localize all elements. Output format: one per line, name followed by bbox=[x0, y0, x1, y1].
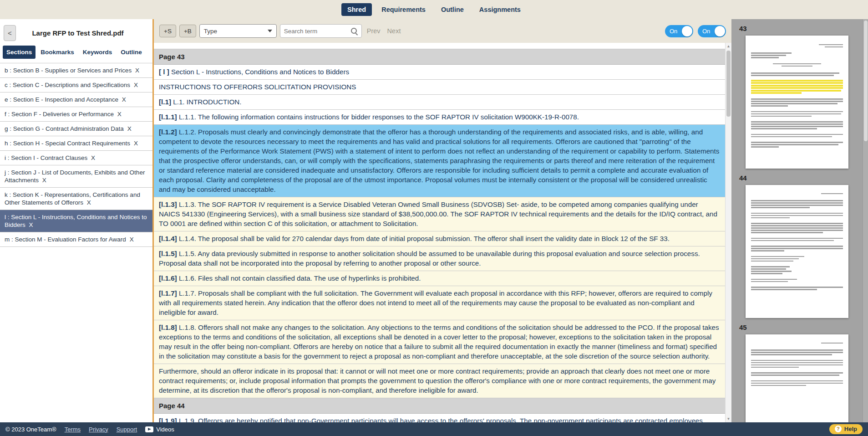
scroll-down-icon[interactable]: ▼ bbox=[726, 415, 732, 422]
prev-button[interactable]: Prev bbox=[365, 27, 382, 35]
sidebar-item-section-i[interactable]: i : Section I - Contract Clauses X bbox=[0, 151, 152, 165]
remove-section-button[interactable]: X bbox=[134, 140, 138, 147]
add-bookmark-button[interactable]: +B bbox=[179, 25, 196, 37]
document-row[interactable]: [l.1.7] L.1.7. Proposals shall be compli… bbox=[154, 286, 725, 320]
document-row[interactable]: INSTRUCTIONS TO OFFERORS SOLICITATION PR… bbox=[154, 80, 725, 95]
row-text: L.1.5. Any data previously submitted in … bbox=[159, 250, 700, 267]
search-box bbox=[280, 24, 362, 38]
document-row[interactable]: Furthermore, should an offeror indicate … bbox=[154, 364, 725, 398]
sidebar-item-section-j[interactable]: j : Section J - List of Documents, Exhib… bbox=[0, 165, 152, 188]
sidebar-tab-keywords[interactable]: Keywords bbox=[79, 46, 116, 59]
document-row[interactable]: [l.1.1] L.1.1. The following information… bbox=[154, 110, 725, 125]
chevron-down-icon bbox=[268, 30, 272, 32]
search-icon[interactable] bbox=[351, 28, 358, 35]
document-row[interactable]: [ l ] Section L - Instructions, Conditio… bbox=[154, 65, 725, 80]
thumbnail-text-line bbox=[751, 281, 788, 282]
tab-outline[interactable]: Outline bbox=[435, 3, 470, 16]
scrollbar-thumb[interactable] bbox=[726, 51, 731, 117]
remove-section-button[interactable]: X bbox=[117, 111, 122, 118]
thumbnail-panel: 434445 bbox=[731, 19, 868, 422]
tab-shred[interactable]: Shred bbox=[341, 3, 372, 16]
footer-link-privacy[interactable]: Privacy bbox=[89, 426, 108, 433]
remove-section-button[interactable]: X bbox=[130, 236, 134, 243]
page-thumbnail[interactable] bbox=[746, 334, 848, 422]
remove-section-button[interactable]: X bbox=[127, 125, 132, 132]
page-header: Page 43 bbox=[154, 49, 725, 65]
remove-section-button[interactable]: X bbox=[135, 67, 139, 74]
document-row[interactable]: [l.1.9] L.1.9. Offerors are hereby notif… bbox=[154, 414, 725, 422]
thumbnail-gap bbox=[751, 275, 843, 277]
type-select[interactable]: Type bbox=[199, 24, 277, 38]
thumbnail-text-line bbox=[751, 134, 843, 135]
footer-link-terms[interactable]: Terms bbox=[65, 426, 81, 433]
sidebar-item-section-l[interactable]: l : Section L - Instructions, Conditions… bbox=[0, 210, 152, 232]
help-button[interactable]: ? Help bbox=[829, 424, 863, 434]
row-text: Furthermore, should an offeror indicate … bbox=[159, 367, 716, 394]
sidebar-item-section-g[interactable]: g : Section G - Contract Administration … bbox=[0, 122, 152, 136]
sidebar-tab-outline[interactable]: Outline bbox=[117, 46, 146, 59]
thumbnail-gap bbox=[751, 95, 843, 97]
thumbnail-gap bbox=[751, 195, 843, 199]
document-row[interactable]: [l.1.5] L.1.5. Any data previously submi… bbox=[154, 246, 725, 271]
next-button[interactable]: Next bbox=[386, 27, 403, 35]
remove-section-button[interactable]: X bbox=[134, 82, 138, 88]
document-row-partial[interactable] bbox=[154, 43, 725, 49]
row-tag: [l.1.9] bbox=[159, 417, 179, 422]
tab-requirements[interactable]: Requirements bbox=[376, 3, 431, 16]
thumbnail-scrollbar-thumb[interactable] bbox=[864, 21, 868, 141]
remove-section-button[interactable]: X bbox=[42, 177, 46, 184]
thumbnail-page-number: 44 bbox=[739, 174, 863, 182]
sidebar-item-section-e[interactable]: e : Section E - Inspection and Acceptanc… bbox=[0, 92, 152, 107]
footer-link-support[interactable]: Support bbox=[117, 426, 137, 433]
search-input[interactable] bbox=[284, 28, 348, 35]
toggle-switch-1[interactable]: On bbox=[665, 25, 693, 37]
remove-section-button[interactable]: X bbox=[87, 199, 91, 206]
document-scrollbar[interactable]: ▲ ▼ bbox=[725, 43, 731, 422]
toggle-knob bbox=[715, 26, 725, 36]
tab-assignments[interactable]: Assignments bbox=[473, 3, 527, 16]
sidebar-tab-bookmarks[interactable]: Bookmarks bbox=[37, 46, 78, 59]
add-section-button[interactable]: +S bbox=[159, 25, 176, 37]
thumbnail-text-line bbox=[751, 116, 812, 117]
document-row[interactable]: [l.1.8] L.1.8. Offerors shall not make a… bbox=[154, 320, 725, 364]
thumbnail-gap bbox=[751, 242, 843, 245]
thumbnail-text-line bbox=[751, 202, 843, 204]
sidebar-item-section-h[interactable]: h : Section H - Special Contract Require… bbox=[0, 136, 152, 151]
document-row[interactable]: [l.1] L.1. INTRODUCTION. bbox=[154, 95, 725, 110]
thumbnail-text-line bbox=[751, 52, 792, 54]
thumbnail-highlight-line bbox=[751, 87, 843, 89]
remove-section-button[interactable]: X bbox=[122, 96, 126, 103]
thumbnail-text-line bbox=[751, 352, 843, 353]
sidebar-item-section-m[interactable]: m : Section M - Evaluation Factors for A… bbox=[0, 232, 152, 247]
document-viewer: Page 43[ l ] Section L - Instructions, C… bbox=[154, 43, 725, 422]
scroll-up-icon[interactable]: ▲ bbox=[726, 43, 732, 50]
sidebar-tab-sections[interactable]: Sections bbox=[3, 46, 36, 59]
remove-section-button[interactable]: X bbox=[91, 154, 95, 161]
sidebar-item-section-c[interactable]: c : Section C - Descriptions and Specifi… bbox=[0, 78, 152, 92]
document-row[interactable]: [l.1.6] L.1.6. Files shall not contain c… bbox=[154, 271, 725, 286]
videos-link[interactable]: Videos bbox=[145, 426, 174, 433]
document-row[interactable]: [l.1.4] L.1.4. The proposal shall be val… bbox=[154, 231, 725, 246]
thumbnail-text-line bbox=[751, 225, 843, 226]
sidebar-item-section-f[interactable]: f : Section F - Deliveries or Performanc… bbox=[0, 107, 152, 122]
thumbnail-text-line bbox=[751, 289, 817, 290]
thumbnail-text-line bbox=[751, 349, 843, 351]
toggle-switch-2[interactable]: On bbox=[698, 25, 726, 37]
row-tag: [l.1] bbox=[159, 98, 173, 106]
thumbnail-text-line bbox=[751, 98, 843, 100]
document-row[interactable]: [l.1.2] L.1.2. Proposals must clearly an… bbox=[154, 125, 725, 197]
thumbnail-scrollbar[interactable] bbox=[863, 19, 868, 422]
page-thumbnail[interactable] bbox=[746, 36, 848, 169]
back-button[interactable]: < bbox=[4, 25, 16, 41]
sidebar-item-section-b[interactable]: b : Section B - Supplies or Services and… bbox=[0, 63, 152, 78]
thumbnail-text-line bbox=[751, 57, 779, 58]
thumbnail-gap bbox=[751, 138, 843, 141]
remove-section-button[interactable]: X bbox=[29, 221, 33, 228]
top-nav: ShredRequirementsOutlineAssignments bbox=[0, 0, 868, 19]
help-icon: ? bbox=[835, 426, 842, 432]
document-row[interactable]: [l.1.3] L.1.3. The SOF RAPTOR IV require… bbox=[154, 197, 725, 231]
thumbnail-text-line bbox=[751, 227, 843, 229]
page-thumbnail[interactable] bbox=[746, 185, 848, 318]
thumbnail-text-line bbox=[751, 113, 841, 115]
sidebar-item-section-k[interactable]: k : Section K - Representations, Certifi… bbox=[0, 188, 152, 210]
